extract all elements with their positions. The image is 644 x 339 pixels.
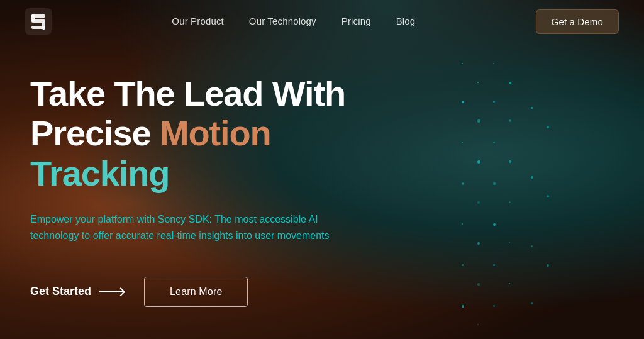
learn-more-button[interactable]: Learn More — [144, 277, 248, 307]
hero-title: Take The Lead With Precise Motion Tracki… — [30, 74, 360, 194]
nav-our-product[interactable]: Our Product — [172, 16, 224, 26]
get-demo-button[interactable]: Get a Demo — [536, 9, 619, 34]
arrow-icon — [99, 291, 124, 292]
svg-rect-5 — [31, 26, 45, 29]
nav-pricing[interactable]: Pricing — [341, 16, 371, 26]
get-started-button[interactable]: Get Started — [30, 285, 124, 298]
logo[interactable] — [25, 8, 52, 35]
navbar: Our Product Our Technology Pricing Blog … — [0, 0, 644, 43]
hero-cta-area: Get Started Learn More — [30, 277, 360, 307]
hero-description: Empower your platform with Sency SDK: Th… — [30, 211, 332, 243]
get-started-label: Get Started — [30, 285, 91, 298]
hero-word-motion: Motion — [160, 113, 271, 153]
hero-word-precise: Precise — [30, 113, 150, 153]
hero-section: Take The Lead With Precise Motion Tracki… — [0, 43, 390, 307]
hero-word-tracking: Tracking — [30, 153, 169, 193]
hero-title-line1: Take The Lead With — [30, 74, 345, 113]
nav-links: Our Product Our Technology Pricing Blog — [172, 16, 415, 27]
nav-blog[interactable]: Blog — [396, 16, 416, 26]
dot-pattern — [443, 50, 569, 321]
hero-title-line2: Precise Motion Tracking — [30, 113, 271, 193]
nav-our-technology[interactable]: Our Technology — [249, 16, 316, 26]
